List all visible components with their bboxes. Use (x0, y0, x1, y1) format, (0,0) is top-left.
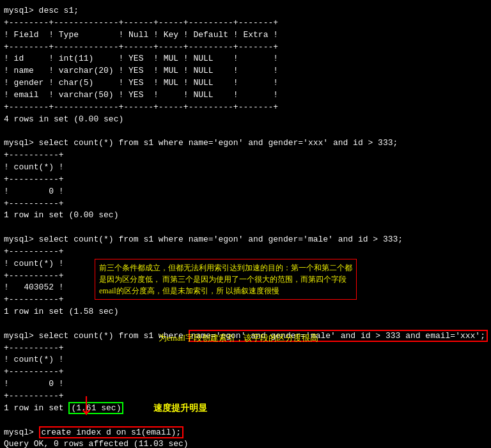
line-count-border2: +----------+ (4, 174, 487, 186)
annotation-text-slow: 前三个条件都成立，但都无法利用索引达到加速的目的：第一个和第二个都是因为区分度低… (99, 263, 352, 295)
blank3 (4, 318, 487, 330)
line-table-border2: +--------+-------------+------+-----+---… (4, 42, 487, 54)
line-count-border7: +----------+ (4, 343, 487, 355)
annotation-create-index: 为email字段创建索引，该字段的区分度很高 (159, 332, 318, 344)
speed-text: 速度提升明显 (153, 403, 207, 413)
line-count-border1: +----------+ (4, 150, 487, 162)
line-count-header1: ! count(*) ! (4, 162, 487, 174)
line-email-row: ! email ! varchar(50) ! YES ! ! NULL ! ! (4, 89, 487, 102)
blank1 (4, 125, 487, 137)
annotation-text-index: 为email字段创建索引，该字段的区分度很高 (159, 333, 318, 343)
line-select2-cmd: mysql> select count(*) from s1 where nam… (4, 234, 487, 246)
line-id-row: ! id ! int(11) ! YES ! MUL ! NULL ! ! (4, 53, 487, 65)
annotation-box-slow: 前三个条件都成立，但都无法利用索引达到加速的目的：第一个和第二个都是因为区分度低… (95, 259, 357, 300)
line-query-ok: Query OK, 0 rows affected (11.03 sec) (4, 438, 487, 448)
line-count-header3: ! count(*) ! (4, 354, 487, 366)
line-select1-cmd: mysql> select count(*) from s1 where nam… (4, 137, 487, 150)
blank2 (4, 222, 487, 234)
line-rows3: 1 row in set (1.58 sec) (4, 306, 487, 318)
annotation-speed: 速度提升明显 (153, 403, 207, 414)
line-count-border3: +----------+ (4, 198, 487, 210)
arrow-down-icon: ↓ (77, 390, 96, 422)
line-count-border8: +----------+ (4, 366, 487, 378)
line-count-border4: +----------+ (4, 246, 487, 258)
line-rows2: 1 row in set (0.00 sec) (4, 210, 487, 222)
line-desc-cmd: mysql> desc s1; (4, 5, 487, 17)
line-count-val1: ! 0 ! (4, 186, 487, 198)
line-rows1: 4 rows in set (0.00 sec) (4, 114, 487, 126)
line-name-row: ! name ! varchar(20) ! YES ! MUL ! NULL … (4, 65, 487, 77)
line-create-index-cmd: mysql> create index d on s1(email); (4, 427, 487, 439)
line-table-header: ! Field ! Type ! Null ! Key ! Default ! … (4, 29, 487, 42)
line-table-border3: +--------+-------------+------+-----+---… (4, 102, 487, 114)
terminal: mysql> desc s1; +--------+-------------+… (0, 0, 491, 448)
line-table-border1: +--------+-------------+------+-----+---… (4, 17, 487, 29)
line-gender-row: ! gender ! char(5) ! YES ! MUL ! NULL ! … (4, 77, 487, 89)
